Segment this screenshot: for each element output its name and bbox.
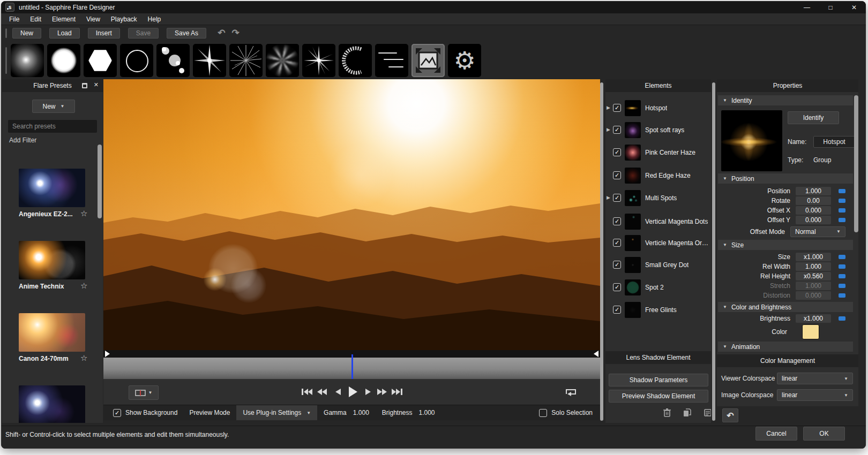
delete-element-button[interactable] xyxy=(660,407,674,419)
element-row[interactable]: ▶ ✓ Hotspot xyxy=(605,100,711,116)
rel-width-value[interactable]: 1.000 xyxy=(796,262,831,271)
element-label[interactable]: Vertical Magenta Dots xyxy=(645,218,708,225)
size-section-header[interactable]: ▼ Size xyxy=(718,240,853,250)
step-back-button[interactable] xyxy=(332,385,344,398)
keyframe-indicator[interactable] xyxy=(839,316,845,321)
element-label[interactable]: Verticle Magenta Orange ... xyxy=(645,239,711,247)
position-value[interactable]: 1.000 xyxy=(796,187,831,195)
animation-section-header[interactable]: ▼ Animation xyxy=(718,342,853,352)
element-label[interactable]: Red Edge Haze xyxy=(645,172,691,179)
element-label[interactable]: Pink Center Haze xyxy=(645,149,695,156)
presets-scrollbar[interactable] xyxy=(98,145,102,218)
element-label[interactable]: Spot soft rays xyxy=(645,126,684,134)
skip-to-end-button[interactable] xyxy=(390,385,404,398)
preset-thumbnail-canon[interactable] xyxy=(19,313,85,352)
preset-thumbnail-angenieux[interactable] xyxy=(19,169,85,207)
playhead[interactable] xyxy=(351,354,353,379)
preset-thumbnail-partial[interactable] xyxy=(19,385,85,423)
rel-height-value[interactable]: x0.560 xyxy=(796,272,831,280)
properties-undo-button[interactable]: ↶ xyxy=(722,408,738,422)
skip-to-start-button[interactable] xyxy=(300,385,314,398)
preset-name[interactable]: Angenieux EZ-2... xyxy=(19,210,73,218)
glint-element-icon[interactable] xyxy=(193,44,226,77)
image-colorspace-dropdown[interactable]: linear ▼ xyxy=(777,389,853,401)
element-row[interactable]: ✓ Small Grey Dot xyxy=(605,257,711,273)
menu-element[interactable]: Element xyxy=(47,14,80,24)
rays-element-icon[interactable] xyxy=(229,44,263,77)
element-row[interactable]: ✓ Vertical Magenta Dots xyxy=(605,214,711,230)
keyframe-indicator[interactable] xyxy=(839,264,845,269)
element-row[interactable]: ▶ ✓ Multi Spots xyxy=(605,190,711,206)
menu-file[interactable]: File xyxy=(4,14,24,24)
element-visibility-checkbox[interactable]: ✓ xyxy=(613,126,621,134)
gamma-value[interactable]: 1.000 xyxy=(353,409,369,416)
favorite-star-icon[interactable]: ☆ xyxy=(80,281,87,291)
glow-element-icon[interactable] xyxy=(11,44,44,77)
background-image-icon[interactable] xyxy=(411,44,445,77)
play-button[interactable] xyxy=(346,383,360,400)
element-visibility-checkbox[interactable]: ✓ xyxy=(613,104,621,112)
element-label[interactable]: Spot 2 xyxy=(645,284,664,291)
load-button[interactable]: Load xyxy=(49,28,80,39)
element-row[interactable]: ✓ Free Glints xyxy=(605,302,711,318)
element-label[interactable]: Multi Spots xyxy=(645,194,677,202)
color-brightness-section-header[interactable]: ▼ Color and Brightness xyxy=(718,302,853,312)
new-button[interactable]: New xyxy=(12,28,41,39)
elements-properties-splitter[interactable] xyxy=(712,82,715,421)
expand-arrow-icon[interactable]: ▶ xyxy=(607,127,610,132)
add-filter-link[interactable]: Add Filter xyxy=(9,136,36,144)
element-row[interactable]: ✓ Verticle Magenta Orange ... xyxy=(605,235,711,251)
cancel-button[interactable]: Cancel xyxy=(755,427,797,441)
element-visibility-checkbox[interactable]: ✓ xyxy=(613,261,621,269)
keyframe-indicator[interactable] xyxy=(839,208,845,213)
display-mode-dropdown[interactable]: ▼ xyxy=(129,385,159,400)
color-swatch[interactable] xyxy=(802,324,819,339)
preset-name[interactable]: Canon 24-70mm xyxy=(19,355,69,362)
element-row[interactable]: ✓ Red Edge Haze xyxy=(605,168,711,184)
favorite-star-icon[interactable]: ☆ xyxy=(80,353,87,363)
rewind-button[interactable] xyxy=(315,385,329,398)
brightness-value[interactable]: 1.000 xyxy=(419,409,435,416)
keyframe-indicator[interactable] xyxy=(839,218,845,222)
hexagon-element-icon[interactable] xyxy=(84,44,117,77)
soft-rays-element-icon[interactable] xyxy=(266,44,299,77)
element-visibility-checkbox[interactable]: ✓ xyxy=(613,148,621,156)
menu-playback[interactable]: Playback xyxy=(106,14,142,24)
properties-scrollbar[interactable] xyxy=(854,95,858,232)
rotate-value[interactable]: 0.00 xyxy=(796,196,831,205)
shadow-parameters-button[interactable]: Shadow Parameters xyxy=(609,374,708,386)
spike-star-element-icon[interactable] xyxy=(302,44,335,77)
undo-icon[interactable]: ↶ xyxy=(218,28,225,39)
element-row[interactable]: ▶ ✓ Spot soft rays xyxy=(605,122,711,138)
element-visibility-checkbox[interactable]: ✓ xyxy=(613,239,621,247)
offset-mode-dropdown[interactable]: Normal ▼ xyxy=(790,226,845,237)
keyframe-indicator[interactable] xyxy=(839,284,845,288)
menu-help[interactable]: Help xyxy=(143,14,166,24)
element-label[interactable]: Small Grey Dot xyxy=(645,261,689,269)
offset-y-value[interactable]: 0.000 xyxy=(796,216,831,224)
preset-thumbnail-anime[interactable] xyxy=(19,241,85,279)
flare-preview-viewport[interactable] xyxy=(103,79,600,350)
line-streaks-element-icon[interactable] xyxy=(375,44,408,77)
viewer-elements-splitter[interactable] xyxy=(600,82,603,421)
maximize-button[interactable]: □ xyxy=(819,1,842,13)
ring-element-icon[interactable] xyxy=(120,44,153,77)
element-row[interactable]: ✓ Pink Center Haze xyxy=(605,145,711,161)
close-button[interactable]: ✕ xyxy=(842,1,866,13)
element-row[interactable]: ✓ Spot 2 xyxy=(605,279,711,295)
solo-selection-checkbox[interactable] xyxy=(539,409,547,417)
menu-view[interactable]: View xyxy=(81,14,105,24)
keyframe-indicator[interactable] xyxy=(839,189,845,193)
keyframe-indicator[interactable] xyxy=(839,255,845,259)
range-in-marker[interactable] xyxy=(105,351,110,357)
loop-playback-icon[interactable] xyxy=(563,385,579,398)
search-presets-input[interactable] xyxy=(8,120,97,133)
preset-name[interactable]: Anime Technix xyxy=(19,283,64,290)
copy-settings-button[interactable] xyxy=(701,407,711,419)
size-value[interactable]: x1.000 xyxy=(796,253,831,261)
arc-streaks-element-icon[interactable] xyxy=(339,44,372,77)
show-background-checkbox[interactable]: ✓ xyxy=(113,409,121,417)
preset-new-dropdown[interactable]: New ▼ xyxy=(32,100,75,113)
favorite-star-icon[interactable]: ☆ xyxy=(80,209,87,218)
circle-element-icon[interactable] xyxy=(47,44,80,77)
